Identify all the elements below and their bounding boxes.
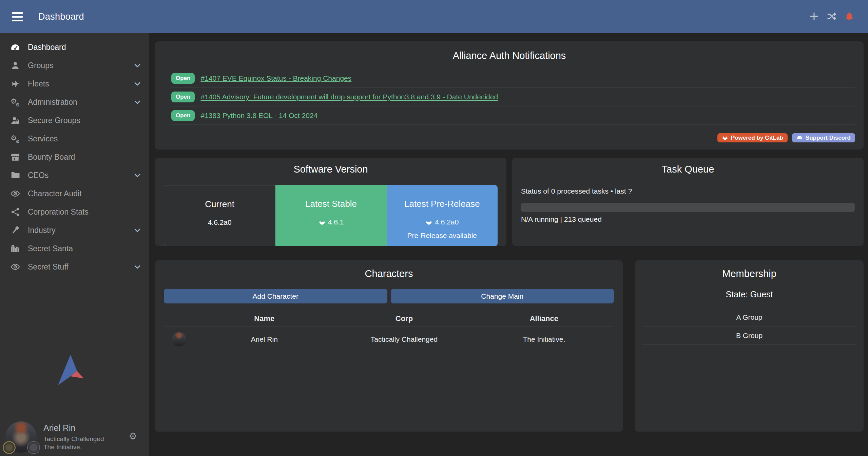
sidebar-item-ceos[interactable]: CEOs	[0, 166, 149, 184]
sidebar-item-secret-santa[interactable]: Secret Santa	[0, 239, 149, 258]
notification-row: Open #1405 Advisory: Future development …	[171, 87, 855, 106]
sidebar-toggle-button[interactable]	[12, 10, 23, 23]
chevron-down-icon	[133, 171, 141, 179]
sidebar-item-label: Secret Stuff	[28, 262, 69, 272]
version-box-current: Current 4.6.2a0	[164, 185, 275, 246]
shuffle-icon	[827, 11, 837, 21]
sidebar-item-services[interactable]: Services	[0, 130, 149, 148]
character-row: Ariel Rin Tactically Challenged The Init…	[164, 326, 614, 352]
sidebar-item-administration[interactable]: Administration	[0, 93, 149, 111]
add-button[interactable]	[808, 10, 821, 24]
character-portrait	[172, 332, 186, 346]
version-box-heading: Latest Pre-Release	[387, 199, 498, 209]
badge-support-discord[interactable]: Support Discord	[792, 133, 855, 142]
version-number: 4.6.2a0	[435, 218, 459, 226]
sidebar-item-label: CEOs	[28, 171, 49, 180]
task-queue-title: Task Queue	[521, 163, 855, 175]
status-badge: Open	[171, 73, 195, 84]
sidebar-item-dashboard[interactable]: Dashboard	[0, 38, 149, 56]
software-version-card: Software Version Current 4.6.2a0 Latest …	[155, 158, 506, 246]
hamburger-icon	[12, 12, 23, 21]
header-alliance: Alliance	[474, 314, 614, 323]
badge-powered-by-gitlab[interactable]: Powered by GitLab	[717, 133, 788, 142]
footer-badges: Powered by GitLab Support Discord	[717, 133, 855, 142]
corp-logo-badge	[3, 441, 16, 454]
notification-link[interactable]: #1383 Python 3.8 EOL - 14 Oct 2024	[200, 112, 317, 120]
user-lock-icon	[10, 115, 20, 125]
header-corp: Corp	[334, 314, 474, 323]
group-row: A Group	[642, 308, 857, 326]
membership-state: State: Guest	[642, 290, 857, 299]
sidebar-item-label: Fleets	[28, 79, 49, 88]
change-main-button[interactable]: Change Main	[391, 289, 614, 303]
folder-icon	[10, 170, 20, 180]
add-character-button[interactable]: Add Character	[164, 289, 387, 303]
hammer-icon	[10, 225, 20, 235]
gears-icon	[10, 134, 20, 144]
notification-row: Open #1407 EVE Equinox Status - Breaking…	[171, 69, 855, 87]
user-icon	[10, 60, 20, 71]
chevron-down-icon	[133, 226, 141, 234]
discord-icon	[796, 135, 803, 141]
sidebar-item-secret-stuff[interactable]: Secret Stuff	[0, 258, 149, 276]
sidebar-item-corporation-stats[interactable]: Corporation Stats	[0, 203, 149, 221]
eye-icon	[10, 262, 20, 272]
group-row: B Group	[642, 326, 857, 345]
sidebar-item-label: Secure Groups	[28, 116, 80, 125]
version-note: Pre-Release available	[387, 232, 498, 240]
alliance-logo-badge	[27, 441, 40, 454]
version-note	[275, 232, 386, 240]
notification-link[interactable]: #1407 EVE Equinox Status - Breaking Chan…	[200, 74, 351, 82]
characters-table-body: Ariel Rin Tactically Challenged The Init…	[164, 326, 614, 352]
page-title: Dashboard	[38, 12, 84, 22]
notifications-button[interactable]	[843, 10, 856, 24]
main-content: Alliance Auth Notifications Open #1407 E…	[149, 33, 868, 456]
sidebar-item-label: Services	[28, 134, 58, 143]
software-version-title: Software Version	[164, 163, 498, 175]
share-nodes-icon	[10, 207, 20, 217]
task-queue-card: Task Queue Status of 0 processed tasks •…	[512, 158, 864, 246]
plus-icon	[809, 11, 819, 21]
top-navbar: Dashboard	[0, 0, 868, 33]
fighter-jet-icon	[10, 79, 20, 89]
sidebar-item-industry[interactable]: Industry	[0, 221, 149, 239]
switch-character-button[interactable]	[825, 10, 838, 24]
characters-table: Name Corp Alliance Ariel Rin Tactically …	[164, 311, 614, 352]
sidebar-item-groups[interactable]: Groups	[0, 56, 149, 75]
alliance-auth-logo	[52, 354, 86, 387]
sidebar-nav: Dashboard Groups Fleets Administration S…	[0, 33, 149, 276]
membership-card: Membership State: Guest A Group B Group	[635, 260, 864, 432]
chevron-down-icon	[133, 80, 141, 88]
status-badge: Open	[171, 110, 195, 121]
sidebar-item-label: Dashboard	[28, 43, 66, 52]
status-badge: Open	[171, 92, 195, 102]
user-alliance: The Initiative.	[43, 443, 104, 452]
notification-link[interactable]: #1405 Advisory: Future development will …	[200, 93, 498, 101]
sidebar-item-secure-groups[interactable]: Secure Groups	[0, 111, 149, 130]
characters-card: Characters Add Character Change Main Nam…	[155, 260, 623, 432]
task-queue-summary: N/A running | 213 queued	[521, 215, 855, 223]
shield-badge-label: Powered by GitLab	[731, 135, 783, 141]
version-box-latest-stable: Latest Stable 4.6.1	[275, 185, 386, 246]
notifications-title: Alliance Auth Notifications	[163, 50, 855, 61]
sidebar-item-label: Industry	[28, 226, 56, 235]
bell-icon	[844, 11, 854, 21]
user-settings-button[interactable]	[126, 431, 140, 443]
membership-title: Membership	[642, 268, 857, 279]
character-name: Ariel Rin	[194, 335, 334, 343]
version-note	[164, 232, 275, 240]
version-boxes: Current 4.6.2a0 Latest Stable 4.6.1 Late…	[164, 185, 498, 246]
sidebar-item-fleets[interactable]: Fleets	[0, 75, 149, 93]
notifications-card: Alliance Auth Notifications Open #1407 E…	[155, 41, 864, 150]
version-number: 4.6.1	[328, 218, 344, 226]
shield-badge-label: Support Discord	[806, 135, 851, 141]
eye-icon	[10, 189, 20, 199]
characters-table-header: Name Corp Alliance	[164, 311, 614, 326]
sidebar-item-character-audit[interactable]: Character Audit	[0, 184, 149, 203]
notifications-list: Open #1407 EVE Equinox Status - Breaking…	[171, 69, 855, 125]
character-alliance: The Initiative.	[474, 335, 614, 343]
sidebar-item-bounty-board[interactable]: Bounty Board	[0, 148, 149, 166]
gitlab-icon	[319, 219, 326, 226]
sidebar-item-label: Corporation Stats	[28, 207, 89, 217]
version-box-latest-pre-release: Latest Pre-Release 4.6.2a0 Pre-Release a…	[387, 185, 498, 246]
